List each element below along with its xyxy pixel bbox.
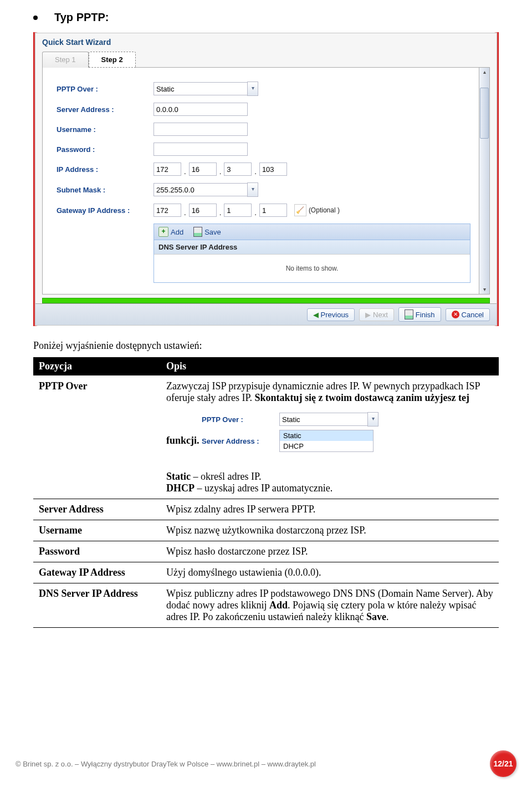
dns-server-panel: + Add Save DNS Server IP Address No item… bbox=[154, 224, 470, 283]
mini-dropdown-screenshot: PPTP Over : ▾ Server Address : Static DH… bbox=[202, 409, 378, 462]
progress-bar bbox=[42, 298, 490, 303]
dhcp-bold: DHCP bbox=[166, 483, 195, 494]
ip-octet-1[interactable] bbox=[154, 163, 181, 176]
save-icon bbox=[193, 227, 202, 237]
table-head-pozycja: Pozycja bbox=[33, 357, 161, 376]
page-number-badge: 12/21 bbox=[490, 750, 516, 777]
intro-paragraph: Poniżej wyjaśnienie dostępnych ustawień: bbox=[33, 340, 499, 352]
server-address-label: Server Address : bbox=[57, 105, 154, 114]
scrollbar[interactable]: ▴ ▾ bbox=[479, 67, 490, 295]
add-button[interactable]: + Add bbox=[158, 227, 183, 237]
row-pptp-over-key: PPTP Over bbox=[33, 376, 161, 467]
row-pptp-over-desc: Zazwyczaj ISP przypisuje dynamicznie adr… bbox=[161, 376, 499, 467]
cancel-label: Cancel bbox=[462, 311, 484, 319]
server-address-input[interactable] bbox=[154, 103, 248, 116]
wizard-footer: ◀ Previous ▶ Next Finish ✕ Cancel bbox=[35, 303, 497, 325]
ip-address-label: IP Address : bbox=[57, 165, 154, 174]
password-input[interactable] bbox=[154, 143, 248, 156]
subnet-mask-select[interactable] bbox=[154, 183, 247, 196]
ip-octet-2[interactable] bbox=[189, 163, 217, 176]
finish-label: Finish bbox=[416, 311, 435, 319]
row-pptp-over-extra: Static – określ adres IP. DHCP – uzyskaj… bbox=[161, 466, 499, 499]
section-heading: Typ PPTP: bbox=[33, 11, 499, 24]
mini-pptp-over-select[interactable] bbox=[279, 413, 367, 426]
row-password-key: Password bbox=[33, 541, 161, 562]
scroll-down-icon[interactable]: ▾ bbox=[479, 285, 489, 294]
pptp-over-select[interactable] bbox=[154, 82, 247, 95]
row-server-address-desc: Wpisz zdalny adres IP serwera PPTP. bbox=[161, 499, 499, 520]
row-gateway-key: Gateway IP Address bbox=[33, 562, 161, 583]
mini-option-static[interactable]: Static bbox=[280, 430, 373, 441]
table-head-opis: Opis bbox=[161, 357, 499, 376]
add-icon: + bbox=[158, 227, 168, 237]
row-username-key: Username bbox=[33, 520, 161, 541]
row-username-desc: Wpisz nazwę użytkownika dostarczoną prze… bbox=[161, 520, 499, 541]
row-password-desc: Wpisz hasło dostarczone przez ISP. bbox=[161, 541, 499, 562]
dns-empty-text: No items to show. bbox=[154, 254, 470, 282]
wizard-panel: Quick Start Wizard Step 1 Step 2 PPTP Ov… bbox=[33, 32, 499, 326]
wizard-tabs: Step 1 Step 2 bbox=[35, 51, 497, 67]
wizard-title: Quick Start Wizard bbox=[35, 33, 497, 51]
scrollbar-thumb[interactable] bbox=[480, 88, 489, 139]
row-dns-desc: Wpisz publiczny adres IP podstawowego DN… bbox=[161, 583, 499, 628]
add-label: Add bbox=[171, 228, 183, 236]
wizard-form: PPTP Over : ▾ Server Address : Usernam bbox=[42, 67, 479, 295]
tab-step1[interactable]: Step 1 bbox=[42, 52, 89, 68]
row-server-address-key: Server Address bbox=[33, 499, 161, 520]
password-label: Password : bbox=[57, 145, 154, 154]
dns-header: DNS Server IP Address bbox=[154, 240, 470, 254]
username-input[interactable] bbox=[154, 123, 248, 136]
row-dns-key: DNS Server IP Address bbox=[33, 583, 161, 628]
gw-octet-2[interactable] bbox=[189, 204, 217, 217]
bullet-dot bbox=[33, 16, 38, 20]
heading-text: Typ PPTP: bbox=[54, 11, 109, 24]
mini-option-dhcp[interactable]: DHCP bbox=[280, 441, 373, 451]
cancel-icon: ✕ bbox=[452, 311, 459, 318]
mini-option-list[interactable]: Static DHCP bbox=[279, 430, 374, 452]
scroll-up-icon[interactable]: ▴ bbox=[479, 68, 489, 77]
subnet-mask-dropdown-icon[interactable]: ▾ bbox=[247, 182, 258, 197]
gw-octet-1[interactable] bbox=[154, 204, 181, 217]
mini-server-address-label: Server Address : bbox=[202, 437, 279, 445]
next-button: ▶ Next bbox=[359, 308, 394, 321]
ip-octet-4[interactable] bbox=[259, 163, 287, 176]
next-label: Next bbox=[373, 311, 388, 319]
tab-step2[interactable]: Step 2 bbox=[89, 52, 136, 68]
page-footer: © Brinet sp. z o.o. – Wyłączny dystrybut… bbox=[0, 750, 532, 777]
mini-pptp-over-label: PPTP Over : bbox=[202, 415, 279, 424]
next-arrow-icon: ▶ bbox=[365, 311, 371, 319]
finish-icon bbox=[405, 309, 413, 319]
clear-icon[interactable]: 🧹 bbox=[294, 204, 306, 216]
gw-octet-3[interactable] bbox=[224, 204, 252, 217]
gateway-ip-label: Gateway IP Address : bbox=[57, 206, 154, 215]
save-button[interactable]: Save bbox=[193, 227, 221, 237]
config-table: Pozycja Opis PPTP Over Zazwyczaj ISP prz… bbox=[33, 357, 499, 628]
gw-octet-4[interactable] bbox=[259, 204, 287, 217]
ip-octet-3[interactable] bbox=[224, 163, 252, 176]
subnet-mask-label: Subnet Mask : bbox=[57, 186, 154, 194]
cancel-button[interactable]: ✕ Cancel bbox=[446, 308, 490, 321]
pptp-over-dropdown-icon[interactable]: ▾ bbox=[247, 82, 258, 96]
previous-button[interactable]: ◀ Previous bbox=[307, 308, 355, 321]
pptp-over-label: PPTP Over : bbox=[57, 85, 154, 93]
optional-text: (Optional ) bbox=[309, 206, 340, 214]
save-label: Save bbox=[204, 228, 221, 236]
prev-arrow-icon: ◀ bbox=[313, 311, 319, 319]
username-label: Username : bbox=[57, 125, 154, 134]
footer-text: © Brinet sp. z o.o. – Wyłączny dystrybut… bbox=[16, 760, 316, 768]
mini-dropdown-icon[interactable]: ▾ bbox=[367, 412, 378, 426]
finish-button[interactable]: Finish bbox=[398, 307, 441, 322]
static-bold: Static bbox=[166, 471, 191, 482]
row-gateway-desc: Użyj domyślnego ustawienia (0.0.0.0). bbox=[161, 562, 499, 583]
previous-label: Previous bbox=[321, 311, 349, 319]
